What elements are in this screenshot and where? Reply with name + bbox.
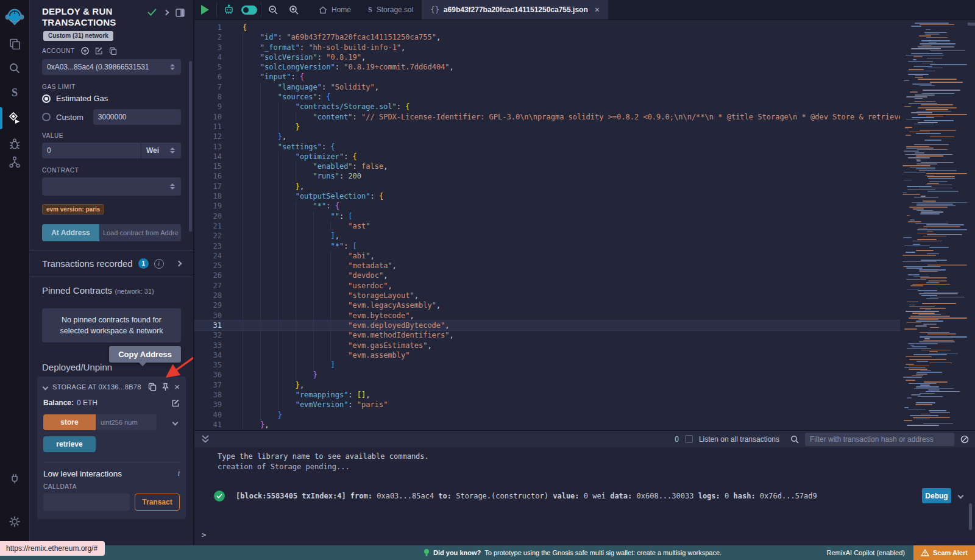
- calldata-input[interactable]: [43, 494, 130, 511]
- listen-all-checkbox[interactable]: [685, 435, 693, 443]
- add-account-icon[interactable]: [81, 47, 89, 55]
- custom-gas-radio[interactable]: [42, 113, 51, 121]
- estimated-gas-option[interactable]: Estimated Gas: [56, 94, 108, 103]
- minimap[interactable]: [900, 23, 968, 427]
- code-line[interactable]: 24"abi",: [194, 251, 900, 261]
- value-unit-select[interactable]: Wei: [141, 143, 181, 158]
- code-line[interactable]: 32"evm.methodIdentifiers",: [194, 330, 900, 340]
- listen-all-label[interactable]: Listen on all transactions: [699, 435, 779, 444]
- code-line[interactable]: 2"id": "a69b43f277ba20fcac141151250ca755…: [194, 32, 900, 42]
- settings-icon[interactable]: [0, 511, 29, 533]
- copilot-status[interactable]: RemixAI Copilot (enabled): [827, 549, 905, 556]
- terminal[interactable]: Type the library name to see available c…: [194, 447, 975, 545]
- code-line[interactable]: 33"evm.gasEstimates",: [194, 341, 900, 350]
- close-tab-icon[interactable]: ×: [595, 5, 600, 15]
- git-icon[interactable]: [0, 151, 29, 173]
- tab-build-info-json[interactable]: {} a69b43f277ba20fcac141151250ca755.json…: [422, 0, 608, 19]
- low-level-info-icon[interactable]: i: [177, 469, 180, 478]
- edit-balance-icon[interactable]: [172, 399, 180, 407]
- code-line[interactable]: 13"settings": {: [194, 142, 900, 152]
- code-line[interactable]: 25"metadata",: [194, 261, 900, 271]
- plugin-manager-icon[interactable]: [0, 467, 29, 489]
- code-line[interactable]: 35]: [194, 360, 900, 370]
- copy-account-icon[interactable]: [109, 47, 117, 55]
- code-line[interactable]: 22],: [194, 231, 900, 241]
- code-line[interactable]: 4"solcVersion": "0.8.19",: [194, 52, 900, 62]
- retrieve-button[interactable]: retrieve: [43, 436, 96, 452]
- code-line[interactable]: 34"evm.assembly": [194, 350, 900, 360]
- search-icon[interactable]: [0, 57, 29, 79]
- deploy-and-run-icon[interactable]: [0, 107, 29, 129]
- contract-collapse-icon[interactable]: [43, 384, 49, 390]
- code-line[interactable]: 36}: [194, 370, 900, 380]
- transact-button[interactable]: Transact: [135, 494, 180, 511]
- code-line[interactable]: 14"optimizer": {: [194, 152, 900, 161]
- code-line[interactable]: 8"sources": {: [194, 92, 900, 102]
- code-line[interactable]: 26"devdoc",: [194, 271, 900, 280]
- load-address-input[interactable]: Load contract from Addre: [99, 224, 181, 241]
- panel-scrollbar[interactable]: [189, 61, 192, 232]
- run-script-button[interactable]: [194, 0, 215, 19]
- terminal-scrollbar-thumb[interactable]: [969, 503, 972, 530]
- code-line[interactable]: 10"content": "// SPDX-License-Identifier…: [194, 112, 900, 122]
- editor-scrollbar-thumb[interactable]: [968, 23, 975, 26]
- code-line[interactable]: 12},: [194, 132, 900, 141]
- terminal-prompt[interactable]: >: [202, 531, 206, 539]
- file-explorer-icon[interactable]: [0, 33, 29, 55]
- store-arg-input[interactable]: uint256 num: [96, 414, 157, 430]
- terminal-filter-input[interactable]: Filter with transaction hash or address: [805, 433, 954, 446]
- solidity-compiler-icon[interactable]: S: [0, 82, 29, 104]
- zoom-out-icon[interactable]: [263, 0, 283, 19]
- code-line[interactable]: 18"outputSelection": {: [194, 191, 900, 201]
- code-line[interactable]: 15"enabled": false,: [194, 161, 900, 171]
- clear-console-icon[interactable]: [960, 435, 969, 444]
- code-line[interactable]: 38"remappings": [],: [194, 390, 900, 400]
- code-line[interactable]: 21"ast": [194, 221, 900, 231]
- at-address-button[interactable]: At Address: [42, 224, 99, 241]
- copilot-toggle[interactable]: [239, 0, 260, 19]
- code-line[interactable]: 23"*": [: [194, 241, 900, 251]
- tab-home[interactable]: Home: [310, 0, 360, 19]
- code-line[interactable]: 30"evm.bytecode",: [194, 311, 900, 321]
- store-button[interactable]: store: [43, 414, 96, 430]
- panel-forward-icon[interactable]: [163, 10, 169, 16]
- code-line[interactable]: 41},: [194, 420, 900, 430]
- code-line[interactable]: 16"runs": 200: [194, 171, 900, 181]
- account-select[interactable]: 0xA03...85ac4 (0.39866531531: [42, 59, 181, 75]
- remix-logo-icon[interactable]: [0, 4, 29, 30]
- code-line[interactable]: 17},: [194, 182, 900, 191]
- estimated-gas-radio[interactable]: [42, 94, 51, 103]
- debug-button[interactable]: Debug: [922, 488, 951, 503]
- code-line[interactable]: 19"*": {: [194, 201, 900, 211]
- account-stepper[interactable]: [170, 64, 176, 70]
- code-line[interactable]: 7"language": "Solidity",: [194, 82, 900, 92]
- code-line[interactable]: 3"_format": "hh-sol-build-info-1",: [194, 43, 900, 52]
- code-line[interactable]: 9"contracts/Storage.sol": {: [194, 102, 900, 112]
- store-expand-icon[interactable]: [172, 419, 179, 425]
- scam-alert-button[interactable]: Scam Alert: [913, 545, 975, 560]
- contract-select[interactable]: [42, 177, 181, 196]
- code-line[interactable]: 20"": [: [194, 211, 900, 221]
- tx-expand-icon[interactable]: [958, 493, 964, 499]
- pin-panel-icon[interactable]: [176, 9, 185, 17]
- custom-gas-option[interactable]: Custom: [56, 113, 83, 122]
- code-line[interactable]: 6"input": {: [194, 72, 900, 82]
- transaction-log-row[interactable]: [block:5583405 txIndex:4] from: 0xa03...…: [194, 488, 975, 503]
- transactions-expand-icon[interactable]: [176, 261, 182, 267]
- custom-gas-input[interactable]: 3000000: [93, 109, 181, 125]
- tab-storage-sol[interactable]: S Storage.sol: [360, 0, 422, 19]
- code-line[interactable]: 29"evm.legacyAssembly",: [194, 300, 900, 310]
- ai-copilot-icon[interactable]: [218, 0, 239, 19]
- terminal-collapse-icon[interactable]: [202, 435, 209, 444]
- transactions-info-icon[interactable]: i: [154, 259, 164, 269]
- code-line[interactable]: 27"userdoc",: [194, 281, 900, 291]
- code-line[interactable]: 31"evm.deployedBytecode",: [194, 321, 900, 330]
- code-line[interactable]: 37},: [194, 380, 900, 390]
- code-line[interactable]: 39"evmVersion": "paris": [194, 400, 900, 409]
- code-editor[interactable]: 1{2"id": "a69b43f277ba20fcac141151250ca7…: [194, 20, 975, 430]
- zoom-in-icon[interactable]: [283, 0, 304, 19]
- code-line[interactable]: 1{: [194, 23, 900, 32]
- code-line[interactable]: 28"storageLayout",: [194, 291, 900, 300]
- edit-account-icon[interactable]: [95, 47, 103, 55]
- code-line[interactable]: 5"solcLongVersion": "0.8.19+commit.7dd6d…: [194, 62, 900, 72]
